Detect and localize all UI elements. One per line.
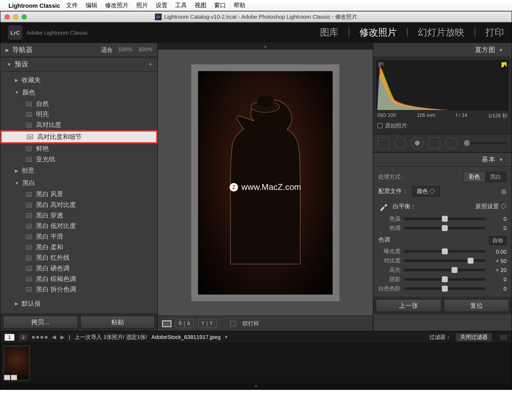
chevron-down-icon[interactable]: ▾ [225, 334, 228, 340]
preset-item[interactable]: 自然 [1, 99, 158, 109]
navigator-header[interactable]: ▶ 导航器 适合 100% 300% [1, 43, 158, 57]
module-library[interactable]: 图库 [320, 26, 339, 39]
module-print[interactable]: 打印 [485, 26, 504, 39]
menu-develop[interactable]: 修改照片 [105, 2, 129, 9]
preset-group-creative[interactable]: ▶创意 [1, 165, 158, 177]
thumbnail[interactable] [3, 345, 30, 381]
highlights-value[interactable]: + 20 [489, 267, 507, 273]
menu-help[interactable]: 帮助 [234, 2, 245, 9]
shadows-slider[interactable] [404, 278, 485, 281]
preset-item[interactable]: 黑白 拆分色调 [1, 284, 158, 295]
add-preset-icon[interactable]: + [148, 61, 152, 68]
menu-tools[interactable]: 工具 [175, 2, 187, 9]
preset-item[interactable]: 亚光纸 [1, 154, 158, 165]
compare-yy-button[interactable]: Y|Y [198, 319, 217, 328]
treatment-bw[interactable]: 黑白 [485, 172, 506, 182]
spot-tool-icon[interactable] [394, 137, 406, 149]
zoom-fit[interactable]: 适合 [101, 46, 112, 54]
menu-settings[interactable]: 设置 [156, 2, 167, 9]
basic-header[interactable]: 基本 ▼ [373, 152, 512, 167]
temp-value[interactable]: 0 [489, 216, 507, 222]
profile-dropdown[interactable]: 颜色 ◇ [412, 186, 440, 196]
menu-photo[interactable]: 照片 [136, 2, 148, 9]
preset-item[interactable]: 高对比度 [1, 120, 158, 130]
image-canvas[interactable]: Zwww.MacZ.com [158, 50, 373, 316]
monitor-2-button[interactable]: 2 [18, 334, 28, 340]
filter-switch-icon[interactable] [500, 335, 507, 340]
window-zoom-button[interactable] [22, 14, 27, 19]
radial-tool-icon[interactable] [445, 137, 457, 149]
loupe-view-icon[interactable] [162, 320, 171, 327]
contrast-slider[interactable] [404, 259, 485, 262]
module-slideshow[interactable]: 幻灯片放映 [418, 26, 465, 39]
preset-group-bw[interactable]: ▼黑白 [1, 177, 158, 189]
auto-button[interactable]: 自动 [489, 236, 507, 245]
menu-file[interactable]: 文件 [66, 2, 78, 9]
histogram-header[interactable]: 直方图 ▼ [373, 43, 512, 57]
eyedropper-icon[interactable] [378, 201, 389, 211]
preset-item[interactable]: 明亮 [1, 109, 158, 120]
window-minimize-button[interactable] [13, 14, 18, 19]
histogram[interactable]: ▲ ▲ [377, 61, 508, 110]
preset-item[interactable]: 黑白 高对比度 [1, 200, 158, 210]
treatment-segment[interactable]: 彩色 黑白 [463, 171, 507, 182]
preset-group-defaults[interactable]: ▶默认值 [1, 298, 158, 310]
filmstrip[interactable] [1, 343, 512, 383]
nav-back-icon[interactable]: ◀ [52, 334, 56, 340]
brush-size-slider[interactable] [462, 142, 507, 144]
window-close-button[interactable] [5, 14, 10, 19]
menu-window[interactable]: 窗口 [214, 2, 226, 9]
copy-button[interactable]: 拷贝... [3, 316, 78, 329]
treatment-color[interactable]: 彩色 [464, 172, 485, 182]
contrast-value[interactable]: + 50 [489, 258, 507, 264]
profile-browser-icon[interactable]: ▦ [501, 188, 507, 195]
shadows-value[interactable]: 0 [489, 276, 507, 283]
original-checkbox[interactable] [378, 123, 383, 128]
filter-dropdown[interactable]: 关闭过滤器 [455, 333, 492, 342]
monitor-1-button[interactable]: 1 [5, 334, 14, 340]
app-menu[interactable]: Lightroom Classic [9, 2, 60, 9]
preset-item[interactable]: 黑白 平滑 [1, 231, 158, 242]
zoom-100[interactable]: 100% [118, 46, 133, 54]
preset-item-selected[interactable]: 高对比度和细节 [1, 130, 158, 143]
contrast-label: 对比度 [378, 257, 401, 265]
tint-value[interactable]: 0 [489, 225, 507, 231]
preset-item[interactable]: 黑白 风景 [1, 189, 158, 200]
collapse-top-icon[interactable]: ▲ [158, 43, 373, 49]
compare-ra-button[interactable]: R|A [176, 319, 194, 328]
redeye-tool-icon[interactable] [411, 137, 423, 149]
preset-item[interactable]: 黑白 柔和 [1, 242, 158, 253]
preset-item[interactable]: 黑白 棕褐色调 [1, 274, 158, 285]
nav-fwd-icon[interactable]: ▶ [60, 334, 65, 340]
menu-view[interactable]: 视图 [195, 2, 206, 9]
preset-item[interactable]: 黑白 红外线 [1, 253, 158, 263]
zoom-300[interactable]: 300% [138, 46, 153, 54]
preset-label: 高对比度 [36, 121, 61, 129]
reset-button[interactable]: 复位 [444, 299, 509, 312]
preset-item[interactable]: 黑白 低对比度 [1, 221, 158, 231]
whites-slider[interactable] [404, 287, 485, 290]
previous-button[interactable]: 上一张 [376, 299, 441, 312]
exposure-slider[interactable] [404, 250, 485, 253]
collapse-bottom-icon[interactable]: ▼ [1, 383, 512, 389]
presets-title[interactable]: 预设 [15, 60, 28, 69]
preset-group-color[interactable]: ▼颜色 [1, 86, 158, 99]
module-develop[interactable]: 修改照片 [359, 26, 397, 39]
wb-dropdown[interactable]: 原照设置 ◇ [475, 203, 506, 210]
preset-item[interactable]: 黑白 穿透 [1, 210, 158, 221]
preset-item[interactable]: 黑白 硒色调 [1, 263, 158, 274]
tint-slider[interactable] [404, 227, 485, 230]
paste-button[interactable]: 粘贴 [80, 316, 155, 329]
temp-slider[interactable] [404, 218, 485, 220]
exposure-value[interactable]: 0.00 [489, 248, 507, 255]
softproof-checkbox[interactable] [230, 321, 236, 326]
grid-view-icon[interactable] [32, 336, 47, 338]
crop-tool-icon[interactable] [378, 137, 389, 149]
gradient-tool-icon[interactable] [428, 137, 440, 149]
highlights-slider[interactable] [404, 269, 485, 271]
whites-value[interactable]: 0 [489, 285, 507, 292]
preset-item[interactable]: 鲜艳 [1, 143, 158, 154]
filmstrip-file[interactable]: AdobeStock_63811917.jpeg [151, 334, 221, 340]
preset-group-favorites[interactable]: ▶收藏夹 [1, 74, 158, 86]
menu-edit[interactable]: 编辑 [86, 2, 97, 9]
